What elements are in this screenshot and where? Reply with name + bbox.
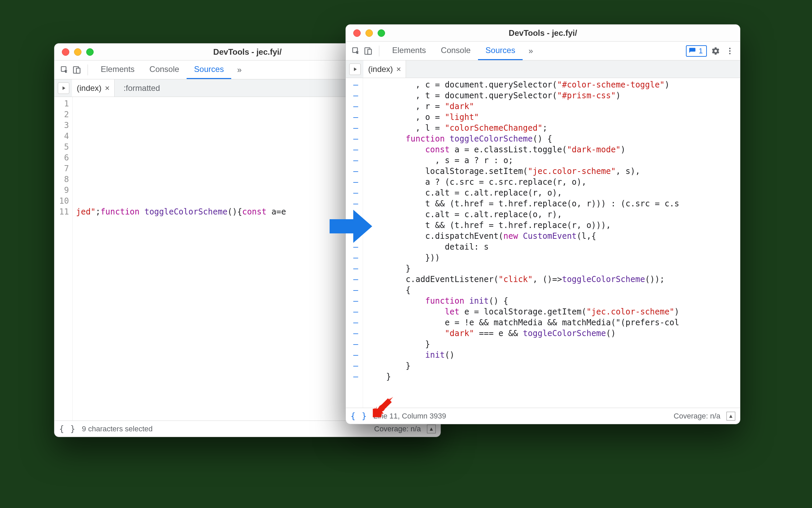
- collapse-drawer-icon[interactable]: ▲: [726, 412, 735, 421]
- more-tabs-button[interactable]: »: [524, 46, 538, 56]
- pretty-print-icon[interactable]: { }: [351, 411, 367, 421]
- settings-icon[interactable]: [710, 46, 721, 56]
- issues-count: 1: [699, 47, 703, 55]
- coverage-label: Coverage: n/a: [374, 425, 421, 433]
- annotation-arrow-red: [372, 395, 396, 418]
- panel-tabs: Elements Console Sources: [385, 42, 523, 60]
- svg-rect-5: [368, 49, 372, 54]
- minimize-window-button[interactable]: [365, 29, 373, 37]
- devtools-toolbar: Elements Console Sources » 1: [346, 42, 740, 60]
- toolbar-separator: [379, 46, 379, 56]
- close-window-button[interactable]: [62, 48, 69, 56]
- traffic-lights: [54, 48, 94, 56]
- close-tab-icon[interactable]: ×: [396, 65, 401, 74]
- collapse-drawer-icon[interactable]: ▲: [427, 425, 436, 433]
- svg-point-7: [729, 50, 731, 51]
- toolbar-separator: [88, 65, 88, 75]
- inspect-element-icon[interactable]: [59, 65, 70, 75]
- close-window-button[interactable]: [353, 29, 361, 37]
- device-toolbar-icon[interactable]: [363, 46, 374, 56]
- kebab-menu-icon[interactable]: [724, 46, 735, 56]
- navigator-toggle-icon[interactable]: [349, 63, 361, 75]
- more-tabs-button[interactable]: »: [233, 65, 246, 75]
- zoom-window-button[interactable]: [378, 29, 385, 37]
- tab-console[interactable]: Console: [433, 42, 478, 60]
- file-tab-label: (index): [77, 83, 101, 93]
- tab-sources[interactable]: Sources: [478, 42, 523, 60]
- code-content[interactable]: , c = document.querySelector("#color-sch…: [363, 78, 740, 408]
- device-toolbar-icon[interactable]: [71, 65, 82, 75]
- tab-elements[interactable]: Elements: [93, 60, 142, 79]
- svg-point-6: [729, 48, 731, 49]
- zoom-window-button[interactable]: [86, 48, 94, 56]
- inspect-element-icon[interactable]: [351, 46, 361, 56]
- statusbar: { } Line 11, Column 3939 Coverage: n/a ▲: [346, 408, 740, 424]
- status-text: 9 characters selected: [82, 425, 152, 433]
- titlebar: DevTools - jec.fyi/: [346, 25, 740, 42]
- tab-sources[interactable]: Sources: [187, 60, 231, 79]
- svg-point-8: [729, 53, 731, 54]
- issues-badge[interactable]: 1: [686, 45, 707, 57]
- formatted-tab-label[interactable]: :formatted: [117, 83, 166, 93]
- pretty-print-icon[interactable]: { }: [59, 424, 76, 434]
- issues-icon: [689, 47, 696, 55]
- annotation-arrow-blue: [327, 203, 375, 250]
- file-tab-label: (index): [368, 65, 393, 74]
- tab-console[interactable]: Console: [142, 60, 187, 79]
- minimize-window-button[interactable]: [74, 48, 81, 56]
- coverage-label: Coverage: n/a: [674, 412, 720, 421]
- file-tab-index[interactable]: (index) ×: [363, 60, 406, 78]
- svg-rect-2: [76, 68, 80, 73]
- tab-elements[interactable]: Elements: [385, 42, 433, 60]
- file-tabbar: (index) ×: [346, 60, 740, 78]
- window-title: DevTools - jec.fyi/: [346, 28, 740, 38]
- traffic-lights: [346, 29, 385, 37]
- file-tab-index[interactable]: (index) ×: [72, 79, 115, 97]
- panel-tabs: Elements Console Sources: [93, 60, 231, 79]
- line-number-gutter: 1 2 3 4 5 6 7 8 9 10 11: [54, 97, 73, 421]
- code-editor[interactable]: –––––––––––––––––––––––––––– , c = docum…: [346, 78, 740, 408]
- close-tab-icon[interactable]: ×: [105, 83, 110, 93]
- devtools-window-right: DevTools - jec.fyi/ Elements Console Sou…: [345, 24, 740, 424]
- navigator-toggle-icon[interactable]: [58, 82, 69, 94]
